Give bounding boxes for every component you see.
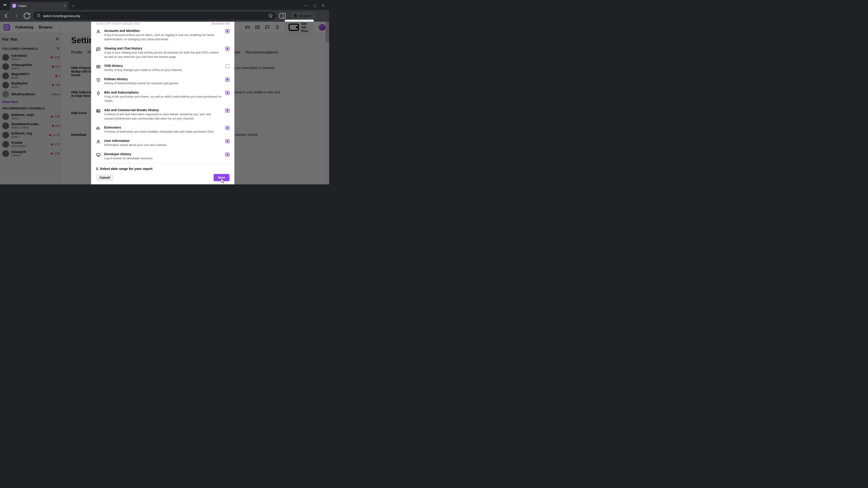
data-category-item: Accounts and IdentitiesA log of account …: [96, 27, 229, 44]
svg-point-9: [98, 30, 99, 32]
url-text: twitch.tv/settings/security: [43, 14, 81, 18]
svg-rect-18: [97, 153, 100, 156]
person-icon: [96, 139, 101, 144]
data-item-description: A history of ads that have been requeste…: [104, 112, 222, 121]
data-item-description: A log of account actions you've taken, s…: [104, 33, 222, 41]
data-item-checkbox[interactable]: [225, 64, 229, 68]
data-item-title: Bits and Subscriptions: [104, 91, 222, 94]
video-icon: [96, 64, 101, 69]
bookmark-icon[interactable]: [268, 13, 273, 19]
svg-point-17: [98, 140, 99, 142]
data-item-description: A log of your viewing and chat activity …: [104, 51, 222, 59]
side-panel-icon[interactable]: [279, 12, 286, 20]
next-button[interactable]: Next: [214, 174, 229, 181]
image-icon: [96, 109, 101, 113]
browser-tab[interactable]: Twitch ✕: [10, 2, 68, 10]
data-download-modal: 8 OUT OF 9 DATA SELECTED Deselect All Ac…: [91, 22, 235, 184]
data-item-description: A log of bits purchases and cheers, as w…: [104, 95, 222, 103]
tab-title: Twitch: [18, 4, 26, 8]
forward-button[interactable]: [13, 12, 20, 20]
data-category-item: User InformationInformation stored about…: [96, 137, 229, 150]
data-item-title: Ads and Commercial Breaks History: [104, 108, 222, 112]
site-info-icon[interactable]: [37, 13, 41, 18]
deselect-all-link[interactable]: Deselect All: [212, 22, 229, 25]
incognito-label: Incognito: [300, 14, 312, 18]
chat-icon: [96, 47, 101, 52]
puzzle-icon: [96, 126, 101, 131]
data-item-title: Viewing and Chat History: [104, 46, 222, 50]
person-icon: [96, 29, 101, 34]
browser-tab-bar: Twitch ✕ ＋ — ◻ ✕: [0, 0, 329, 10]
svg-rect-10: [97, 48, 100, 51]
data-category-item: ExtensionsA history of extensions you ha…: [96, 123, 229, 137]
address-bar[interactable]: twitch.tv/settings/security: [33, 12, 276, 20]
data-category-item: Ads and Commercial Breaks HistoryA histo…: [96, 106, 229, 124]
back-button[interactable]: [2, 12, 10, 20]
incognito-chip[interactable]: Incognito: [290, 12, 315, 20]
data-item-checkbox[interactable]: [225, 126, 229, 130]
cancel-button[interactable]: Cancel: [96, 174, 114, 181]
data-item-checkbox[interactable]: [225, 77, 229, 82]
svg-marker-14: [98, 66, 99, 67]
data-item-description: Information stored about your user and c…: [104, 143, 222, 147]
data-item-title: Accounts and Identities: [104, 29, 222, 33]
page-content: Following Browse ⋮ Get Ad-Free For You: [0, 22, 329, 184]
data-item-checkbox[interactable]: [225, 139, 229, 143]
data-category-item: Viewing and Chat HistoryA log of your vi…: [96, 44, 229, 62]
reload-button[interactable]: [23, 12, 31, 20]
browser-menu-icon[interactable]: ⋮: [319, 12, 327, 20]
tab-search-dropdown[interactable]: [0, 0, 10, 10]
data-item-title: Extensions: [104, 126, 222, 129]
minimize-button[interactable]: —: [304, 3, 308, 8]
data-item-description: History of any changes you made to VODs …: [104, 68, 222, 72]
data-item-checkbox[interactable]: [225, 108, 229, 112]
bits-icon: [96, 91, 101, 96]
data-item-checkbox[interactable]: [225, 47, 229, 51]
data-item-description: History of follow/unfollow events for ch…: [104, 81, 222, 86]
data-category-item: Follows HistoryHistory of follow/unfollo…: [96, 75, 229, 88]
data-item-title: Developer History: [104, 152, 222, 156]
data-category-item: VOD HistoryHistory of any changes you ma…: [96, 62, 229, 75]
data-item-description: A history of extensions you have install…: [104, 130, 222, 134]
data-item-checkbox[interactable]: [225, 91, 229, 95]
svg-marker-2: [269, 13, 273, 18]
step-2-heading: 2. Select date range for your report: [96, 163, 229, 171]
new-tab-button[interactable]: ＋: [70, 3, 76, 9]
svg-rect-3: [280, 13, 285, 19]
window-controls: — ◻ ✕: [304, 3, 329, 10]
data-item-title: User Information: [104, 139, 222, 142]
heart-icon: [96, 78, 101, 82]
data-item-title: Follows History: [104, 77, 222, 81]
data-item-checkbox[interactable]: [225, 153, 229, 157]
monitor-icon: [96, 153, 101, 157]
data-item-title: VOD History: [104, 64, 222, 68]
tab-close-icon[interactable]: ✕: [64, 4, 66, 8]
data-category-item: Developer HistoryLog of events for devel…: [96, 150, 229, 163]
twitch-favicon: [12, 4, 16, 8]
selected-count: 8 OUT OF 9 DATA SELECTED: [96, 22, 140, 25]
data-item-description: Log of events for developer accounts.: [104, 156, 222, 161]
maximize-button[interactable]: ◻: [313, 3, 316, 8]
close-window-button[interactable]: ✕: [322, 3, 324, 8]
data-item-checkbox[interactable]: [225, 29, 229, 33]
data-category-item: Bits and SubscriptionsA log of bits purc…: [96, 88, 229, 106]
